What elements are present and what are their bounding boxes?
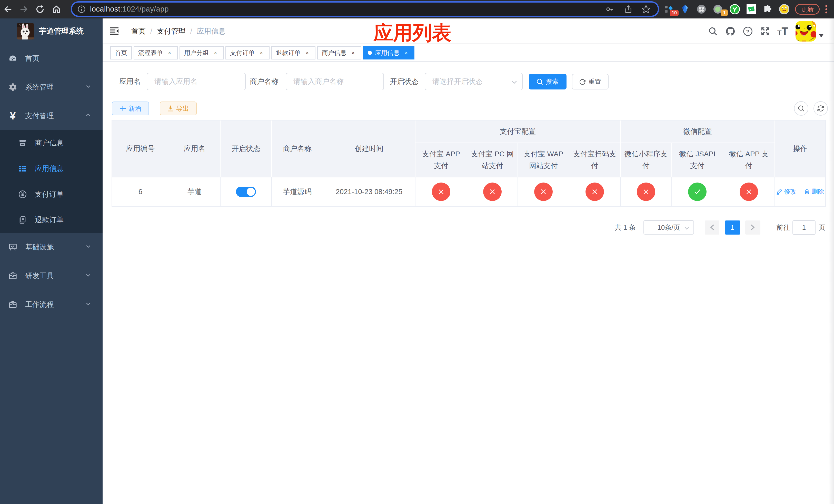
svg-text:?: ? <box>746 28 750 35</box>
